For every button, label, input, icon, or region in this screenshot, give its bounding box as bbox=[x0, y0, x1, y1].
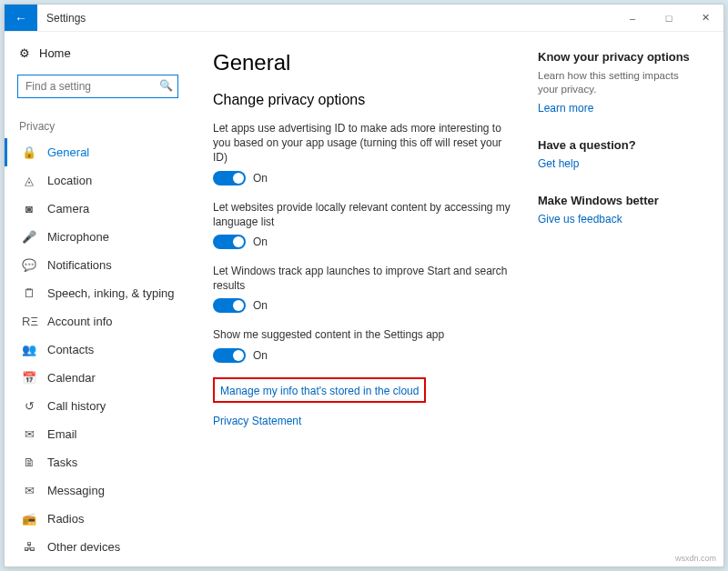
privacy-option: Let websites provide locally relevant co… bbox=[213, 200, 511, 249]
window-title: Settings bbox=[37, 5, 95, 31]
option-text: Show me suggested content in the Setting… bbox=[213, 327, 511, 342]
sidebar-item-label: Other devices bbox=[47, 540, 120, 554]
sidebar-item-messaging[interactable]: ✉Messaging bbox=[5, 476, 191, 505]
sidebar-section-label: Privacy bbox=[5, 107, 191, 138]
sidebar-item-label: Contacts bbox=[47, 343, 94, 356]
calendar-icon: 📅 bbox=[22, 371, 36, 385]
home-button[interactable]: ⚙ Home bbox=[5, 41, 191, 65]
close-button[interactable]: ✕ bbox=[687, 5, 723, 31]
manage-cloud-link[interactable]: Manage my info that's stored in the clou… bbox=[220, 385, 419, 397]
sidebar-item-other-devices[interactable]: 🖧Other devices bbox=[5, 533, 191, 561]
toggle-state-label: On bbox=[253, 299, 268, 312]
toggle-switch[interactable] bbox=[213, 348, 246, 363]
sidebar-item-label: Camera bbox=[47, 202, 89, 215]
general-icon: 🔒 bbox=[22, 145, 36, 159]
toggle-switch[interactable] bbox=[213, 235, 246, 249]
sidebar-item-calendar[interactable]: 📅Calendar bbox=[5, 364, 191, 392]
toggle-state-label: On bbox=[253, 349, 268, 362]
maximize-button[interactable]: □ bbox=[651, 5, 687, 31]
location-icon: ◬ bbox=[22, 174, 36, 187]
back-button[interactable]: ← bbox=[5, 5, 37, 31]
privacy-option: Show me suggested content in the Setting… bbox=[213, 327, 511, 362]
toggle-state-label: On bbox=[253, 235, 268, 248]
sidebar-item-contacts[interactable]: 👥Contacts bbox=[5, 336, 191, 364]
privacy-option: Let Windows track app launches to improv… bbox=[213, 264, 511, 313]
toggle-switch[interactable] bbox=[213, 298, 246, 313]
sidebar-item-label: Notifications bbox=[47, 258, 112, 272]
privacy-option: Let apps use advertising ID to make ads … bbox=[213, 121, 511, 185]
sidebar-item-general[interactable]: 🔒General bbox=[5, 138, 191, 166]
search-icon: 🔍 bbox=[159, 79, 173, 92]
aside-feedback-title: Make Windows better bbox=[538, 194, 702, 207]
sidebar-item-notifications[interactable]: 💬Notifications bbox=[5, 251, 191, 279]
gear-icon: ⚙ bbox=[19, 46, 30, 60]
sidebar-item-camera[interactable]: ◙Camera bbox=[5, 195, 191, 223]
microphone-icon: 🎤 bbox=[22, 230, 36, 244]
page-subtitle: Change privacy options bbox=[213, 92, 511, 108]
call-history-icon: ↺ bbox=[22, 399, 36, 413]
sidebar-item-tasks[interactable]: 🗎Tasks bbox=[5, 448, 191, 476]
aside-privacy-title: Know your privacy options bbox=[538, 50, 702, 64]
sidebar-item-label: Messaging bbox=[47, 484, 105, 497]
sidebar-item-label: Location bbox=[47, 174, 92, 187]
sidebar-item-location[interactable]: ◬Location bbox=[5, 166, 191, 195]
sidebar-item-account-info[interactable]: RΞAccount info bbox=[5, 307, 191, 336]
search-input[interactable] bbox=[17, 75, 178, 98]
learn-more-link[interactable]: Learn more bbox=[538, 102, 702, 115]
sidebar-item-radios[interactable]: 📻Radios bbox=[5, 505, 191, 533]
option-text: Let apps use advertising ID to make ads … bbox=[213, 121, 511, 165]
aside-question-title: Have a question? bbox=[538, 138, 702, 152]
sidebar-item-label: Tasks bbox=[47, 456, 77, 469]
option-text: Let websites provide locally relevant co… bbox=[213, 200, 511, 229]
feedback-link[interactable]: Give us feedback bbox=[538, 213, 702, 225]
toggle-switch[interactable] bbox=[213, 171, 246, 185]
other-devices-icon: 🖧 bbox=[22, 540, 36, 554]
sidebar-item-label: General bbox=[47, 145, 89, 159]
messaging-icon: ✉ bbox=[22, 484, 36, 497]
option-text: Let Windows track app launches to improv… bbox=[213, 264, 511, 293]
tasks-icon: 🗎 bbox=[22, 456, 36, 469]
sidebar-item-label: Account info bbox=[47, 315, 113, 328]
email-icon: ✉ bbox=[22, 427, 36, 441]
notifications-icon: 💬 bbox=[22, 258, 36, 272]
highlight-annotation: Manage my info that's stored in the clou… bbox=[213, 377, 426, 403]
sidebar-item-label: Speech, inking, & typing bbox=[47, 286, 174, 300]
content-area: ⚙ Home 🔍 Privacy 🔒General◬Location◙Camer… bbox=[5, 32, 723, 566]
settings-window: ← Settings – □ ✕ ⚙ Home 🔍 Privacy 🔒Gener… bbox=[4, 4, 724, 567]
get-help-link[interactable]: Get help bbox=[538, 157, 702, 170]
sidebar-item-label: Radios bbox=[47, 512, 84, 526]
aside-panel: Know your privacy options Learn how this… bbox=[538, 50, 702, 548]
account-info-icon: RΞ bbox=[22, 315, 36, 328]
aside-privacy-desc: Learn how this setting impacts your priv… bbox=[538, 69, 702, 96]
toggle-state-label: On bbox=[253, 172, 268, 185]
camera-icon: ◙ bbox=[22, 202, 36, 215]
sidebar-item-speech-inking-typing[interactable]: 🗒Speech, inking, & typing bbox=[5, 279, 191, 307]
sidebar-item-label: Calendar bbox=[47, 371, 96, 385]
minimize-button[interactable]: – bbox=[614, 5, 651, 31]
page-title: General bbox=[213, 50, 511, 75]
contacts-icon: 👥 bbox=[22, 343, 36, 356]
speech-inking-typing-icon: 🗒 bbox=[22, 286, 36, 300]
home-label: Home bbox=[39, 46, 71, 60]
radios-icon: 📻 bbox=[22, 512, 36, 526]
sidebar-item-call-history[interactable]: ↺Call history bbox=[5, 392, 191, 420]
sidebar-item-email[interactable]: ✉Email bbox=[5, 420, 191, 448]
privacy-statement-link[interactable]: Privacy Statement bbox=[213, 415, 301, 427]
watermark: wsxdn.com bbox=[675, 554, 716, 563]
sidebar-item-label: Microphone bbox=[47, 230, 109, 244]
titlebar: ← Settings – □ ✕ bbox=[5, 5, 723, 32]
sidebar: ⚙ Home 🔍 Privacy 🔒General◬Location◙Camer… bbox=[5, 32, 191, 566]
sidebar-item-label: Call history bbox=[47, 399, 106, 413]
main-panel: General Change privacy options Let apps … bbox=[191, 32, 723, 566]
sidebar-item-microphone[interactable]: 🎤Microphone bbox=[5, 223, 191, 251]
sidebar-item-label: Email bbox=[47, 427, 77, 441]
